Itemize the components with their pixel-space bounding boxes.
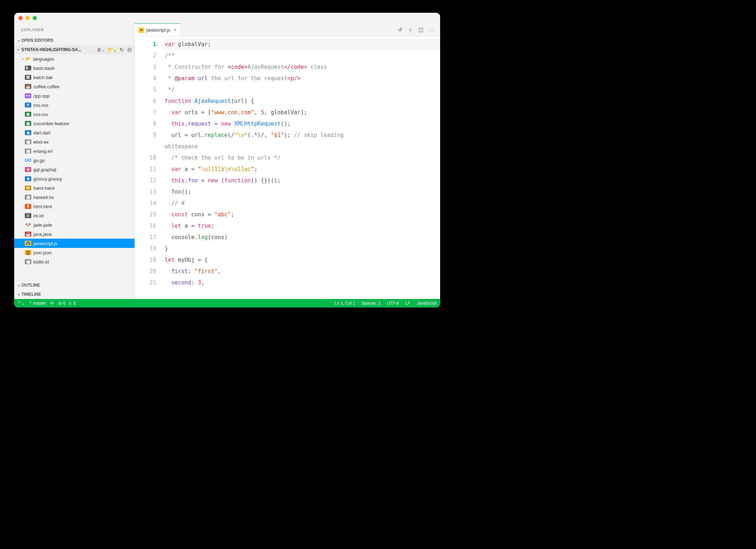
file-dart-dart[interactable]: ◆dart.dart — [14, 128, 135, 137]
timeline-icon[interactable]: ↺ — [398, 27, 402, 33]
line-gutter: 123456789101112131415161718192021 — [135, 37, 165, 299]
file-type-icon: GO — [25, 158, 31, 163]
file-name: elixir.ex — [33, 139, 49, 145]
code-line[interactable]: /** — [165, 50, 440, 61]
file-name: coffee.coffee — [33, 84, 60, 89]
close-window-button[interactable] — [18, 16, 23, 20]
code-line[interactable]: ··url = url.replace(/^\s*(.*)/, "$1"); /… — [165, 129, 440, 141]
code-line[interactable]: ··const cons = "abc"; — [165, 209, 440, 220]
code-line[interactable]: ··var urls = ["www.cnn.com", 5, globalVa… — [165, 107, 440, 118]
code-content[interactable]: var globalVar;/** * Constructor for <cod… — [165, 37, 440, 299]
refresh-icon[interactable]: ↻ — [120, 47, 124, 52]
file-name: cpp.cpp — [33, 93, 50, 99]
more-actions-icon[interactable]: ··· — [430, 27, 434, 33]
line-number: 6 — [135, 95, 156, 107]
open-editors-section[interactable]: › OPEN EDITORS — [14, 36, 135, 45]
file-kotlin-kt[interactable]: ▣kotlin.kt — [14, 257, 135, 266]
outline-label: OUTLINE — [21, 283, 40, 288]
file-css-css[interactable]: #css.css — [14, 100, 135, 110]
folder-icon: 📂 — [26, 56, 31, 61]
cursor-position[interactable]: Ln 1, Col 1 — [335, 301, 355, 306]
file-cucumber-feature[interactable]: ◉cucumber.feature — [14, 119, 135, 128]
git-branch[interactable]: ᛘ master — [29, 301, 46, 306]
code-line[interactable]: var globalVar; — [165, 39, 440, 50]
remote-icon[interactable]: ⌃⌄ — [18, 301, 25, 306]
chevron-right-icon: › — [16, 38, 21, 43]
outline-section[interactable]: › OUTLINE — [14, 281, 135, 290]
file-groovy-groovy[interactable]: ★groovy.groovy — [14, 174, 135, 183]
code-line[interactable]: */ — [165, 84, 440, 95]
file-javascript-js[interactable]: JSjavascript.js — [14, 239, 135, 248]
collapse-icon[interactable]: ⊟ — [127, 47, 132, 52]
file-go-go[interactable]: GOgo.go — [14, 156, 135, 165]
file-jade-jade[interactable]: 🐶jade.jade — [14, 220, 135, 229]
timeline-section[interactable]: › TIMELINE — [14, 290, 135, 299]
tab-javascript[interactable]: JS javascript.js × — [135, 23, 181, 36]
file-name: gql.graphql — [33, 167, 56, 172]
code-line[interactable]: } — [165, 243, 440, 254]
file-csv-csv[interactable]: ≣csv.csv — [14, 110, 135, 119]
diff-icon[interactable]: ⑂ — [409, 27, 412, 33]
file-name: erlang.erl — [33, 149, 53, 154]
new-folder-icon[interactable]: 📁₊ — [108, 47, 116, 52]
explorer-sidebar: EXPLORER ··· › OPEN EDITORS › SYNTAX-HIG… — [14, 23, 135, 299]
file-type-icon: ★ — [25, 167, 31, 172]
folder-label: languages — [33, 56, 54, 62]
code-line[interactable]: ··var a = "\u1111z\n\u11ac"; — [165, 163, 440, 175]
file-erlang-erl[interactable]: ▣erlang.erl — [14, 146, 135, 156]
code-line[interactable]: ··// # — [165, 198, 440, 209]
sync-icon[interactable]: ⟳ — [50, 301, 54, 306]
file-name: java.java — [33, 232, 51, 237]
code-line[interactable]: ··first: "first", — [165, 266, 440, 277]
code-line[interactable]: ··this.foo = new (function() {})(); — [165, 175, 440, 186]
code-line[interactable]: ··console.log(cons) — [165, 232, 440, 243]
explorer-more-icon[interactable]: ··· — [124, 28, 130, 32]
code-line[interactable]: ··let a = true; — [165, 220, 440, 232]
file-coffee-coffee[interactable]: ☕coffee.coffee — [14, 82, 135, 91]
file-elixir-ex[interactable]: ▣elixir.ex — [14, 137, 135, 146]
file-ini-ini[interactable]: ⁞⁞ini.ini — [14, 211, 135, 220]
code-line[interactable]: whitespace — [165, 141, 440, 152]
file-type-icon: ◉ — [25, 121, 31, 126]
code-line[interactable]: ··this.request = new XMLHttpRequest(); — [165, 118, 440, 129]
file-haml-haml[interactable]: Hhaml.haml — [14, 183, 135, 193]
file-name: kotlin.kt — [33, 259, 49, 265]
split-editor-icon[interactable]: ◫ — [418, 27, 423, 33]
code-editor[interactable]: 123456789101112131415161718192021 var gl… — [135, 37, 440, 299]
new-file-icon[interactable]: 🗎₊ — [97, 47, 104, 52]
file-haskell-hs[interactable]: ▣haskell.hs — [14, 193, 135, 202]
code-line[interactable]: ··/* check the url to be in urls */ — [165, 152, 440, 163]
maximize-window-button[interactable] — [33, 16, 37, 20]
close-tab-icon[interactable]: × — [174, 27, 177, 33]
code-line[interactable]: * @param url the url for the request<p/> — [165, 73, 440, 84]
file-json-json[interactable]: {}json.json — [14, 248, 135, 257]
code-line[interactable]: * Constructor for <code>AjaxRequest</cod… — [165, 61, 440, 73]
file-gql-graphql[interactable]: ★gql.graphql — [14, 165, 135, 174]
file-batch-bat[interactable]: ⌘batch.bat — [14, 73, 135, 82]
file-type-icon: ☕ — [25, 232, 31, 237]
code-line[interactable]: ··second: 3, — [165, 277, 440, 288]
line-number: 19 — [135, 254, 156, 266]
line-number: 1 — [135, 39, 156, 50]
line-number: 21 — [135, 277, 156, 288]
file-bash-bash[interactable]: $_bash.bash — [14, 63, 135, 73]
line-number: 10 — [135, 152, 156, 163]
file-type-icon: ★ — [25, 176, 31, 181]
file-name: json.json — [33, 250, 51, 255]
file-java-java[interactable]: ☕java.java — [14, 229, 135, 239]
file-list: $_bash.bash⌘batch.bat☕coffee.coffee++cpp… — [14, 63, 135, 280]
indent-setting[interactable]: Spaces: 2 — [362, 301, 380, 306]
file-cpp-cpp[interactable]: ++cpp.cpp — [14, 91, 135, 100]
folder-languages[interactable]: › 📂 languages — [14, 54, 135, 63]
titlebar[interactable] — [14, 13, 440, 23]
code-line[interactable]: let myObj = { — [165, 254, 440, 266]
minimize-window-button[interactable] — [26, 16, 30, 20]
problems[interactable]: ⊘ 0 ⚠ 0 — [58, 301, 76, 306]
file-html-html[interactable]: 5html.html — [14, 202, 135, 211]
eol[interactable]: LF — [405, 301, 410, 306]
language-mode[interactable]: JavaScript — [417, 301, 437, 306]
code-line[interactable]: ··foo(); — [165, 186, 440, 198]
project-section[interactable]: › SYNTAX-HIGHLIGHTING-SA... 🗎₊ 📁₊ ↻ ⊟ — [14, 45, 135, 54]
encoding[interactable]: UTF-8 — [387, 301, 399, 306]
code-line[interactable]: function AjaxRequest(url) { — [165, 95, 440, 107]
